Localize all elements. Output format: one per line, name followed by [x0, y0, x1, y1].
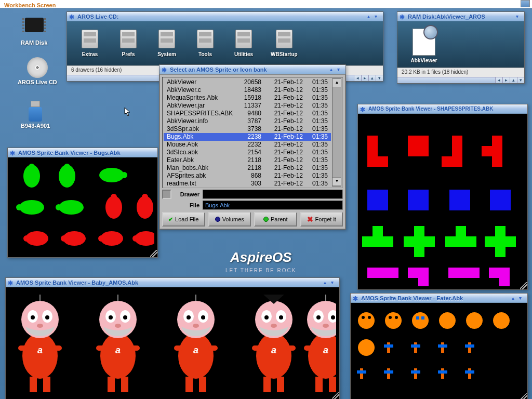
arrow-right-icon[interactable]: ▸: [361, 75, 368, 81]
svg-rect-33: [490, 190, 511, 210]
iconify-icon[interactable]: ▴: [512, 295, 518, 301]
window-body: AbkViewer: [397, 21, 524, 68]
drawer-tools[interactable]: Tools: [194, 30, 217, 57]
vertical-scrollbar[interactable]: ▴ ▾: [332, 78, 341, 187]
file-row[interactable]: AbkViewer.c1848321-Feb-1201:35: [164, 86, 331, 94]
forget-button[interactable]: ✖Forget it: [300, 212, 343, 227]
svg-point-11: [111, 194, 117, 200]
file-row[interactable]: Mouse.Abk223221-Feb-1201:35: [164, 141, 331, 149]
file-row[interactable]: MequaSprites.Abk1591821-Feb-1201:35: [164, 94, 331, 102]
horizontal-scrollbar[interactable]: ◂▸▴▾: [397, 77, 524, 83]
screen-depth-gadget[interactable]: [521, 0, 530, 7]
window-title: Select an AMOS Sprite or Icon bank: [168, 66, 330, 73]
window-title: AMOS Sprite Bank Viewer - SHAPESSPRITES.…: [366, 106, 525, 112]
resize-handle[interactable]: [520, 393, 527, 399]
arrow-left-icon[interactable]: ◂: [495, 77, 502, 83]
close-icon[interactable]: ✱: [10, 150, 16, 156]
svg-rect-41: [485, 236, 516, 247]
file-row[interactable]: Man_bobs.Abk211821-Feb-1201:35: [164, 164, 331, 172]
load-file-button[interactable]: ✔Load File: [162, 212, 205, 227]
file-input[interactable]: [203, 201, 343, 210]
titlebar[interactable]: ✱ AROS Live CD: ▴▾: [67, 12, 383, 21]
arrow-up-icon[interactable]: ▴: [368, 75, 376, 81]
svg-rect-75: [465, 370, 474, 374]
svg-point-50: [412, 312, 429, 329]
drawer-icon: [155, 30, 178, 49]
resize-handle[interactable]: [520, 282, 527, 289]
arrow-down-icon[interactable]: ▾: [517, 77, 524, 83]
svg-point-1: [29, 164, 35, 170]
resize-handle[interactable]: [332, 392, 339, 399]
drawer-extras[interactable]: Extras: [78, 30, 101, 57]
file-row[interactable]: 3dSIco.abk215421-Feb-1201:35: [164, 149, 331, 156]
zoom-icon[interactable]: ▾: [375, 14, 381, 20]
svg-point-19: [98, 235, 104, 242]
arrow-right-icon[interactable]: ▸: [502, 77, 510, 83]
status-bar: 20.2 KB in 1 files (18 hidden): [397, 68, 524, 77]
close-icon[interactable]: ✱: [8, 280, 14, 286]
resize-handle[interactable]: [150, 250, 157, 257]
zoom-icon[interactable]: ▾: [516, 14, 522, 20]
volumes-button[interactable]: Volumes: [208, 212, 251, 227]
parent-button[interactable]: Parent: [254, 212, 297, 227]
titlebar[interactable]: ✱ AMOS Sprite Bank Viewer - Bugs.Abk: [8, 148, 157, 157]
window-file-selector: ✱ Select an AMOS Sprite or Icon bank ▴▾ …: [159, 64, 346, 230]
zoom-icon[interactable]: ▾: [331, 280, 337, 286]
file-icon-abkviewer[interactable]: AbkViewer: [406, 29, 442, 63]
file-row[interactable]: AFSprites.abk86821-Feb-1201:35: [164, 172, 331, 180]
file-row[interactable]: 3dSSpr.abk373821-Feb-1201:35: [164, 125, 331, 133]
desktop-icon-ramdisk[interactable]: RAM Disk: [21, 15, 47, 46]
svg-rect-26: [452, 136, 462, 156]
drawer-prefs[interactable]: Prefs: [117, 30, 140, 57]
close-icon[interactable]: ✱: [162, 66, 168, 73]
file-row[interactable]: AbkViewer.jar1133721-Feb-1201:35: [164, 102, 331, 110]
iconify-icon[interactable]: ▴: [367, 14, 374, 20]
close-icon[interactable]: ✱: [400, 14, 406, 20]
iconify-icon[interactable]: ▴: [324, 280, 330, 286]
sprite-canvas: [358, 114, 527, 289]
drawer-label: WBStartup: [271, 51, 298, 57]
titlebar[interactable]: ✱ RAM Disk:AbkViewer_AROS ▾: [397, 12, 524, 21]
scroll-thumb[interactable]: [332, 87, 341, 178]
file-row[interactable]: Eater.Abk211821-Feb-1201:35: [164, 156, 331, 164]
desktop-icon-usb[interactable]: B943-A901: [21, 101, 50, 129]
close-icon[interactable]: ✱: [360, 106, 366, 112]
zoom-icon[interactable]: ▾: [337, 66, 343, 73]
desktop-icon-livecd[interactable]: AROS Live CD: [18, 57, 57, 85]
arrow-down-icon[interactable]: ▾: [376, 75, 383, 81]
svg-rect-42: [367, 268, 398, 278]
arrow-down-icon[interactable]: ▾: [332, 178, 341, 186]
svg-rect-44: [418, 278, 429, 286]
drawer-input[interactable]: [203, 190, 343, 199]
close-icon[interactable]: ✱: [69, 14, 75, 20]
titlebar[interactable]: ✱ AMOS Sprite Bank Viewer - SHAPESSPRITE…: [358, 104, 527, 114]
svg-point-52: [362, 316, 365, 319]
file-row[interactable]: AbkViewer.info378721-Feb-1201:35: [164, 117, 331, 125]
drawer-utilities[interactable]: Utilities: [232, 30, 255, 57]
svg-rect-27: [442, 156, 462, 167]
titlebar[interactable]: ✱ Select an AMOS Sprite or Icon bank ▴▾: [159, 65, 345, 74]
iconify-icon[interactable]: ▴: [330, 66, 336, 73]
zoom-icon[interactable]: ▾: [519, 295, 525, 301]
svg-rect-28: [492, 136, 502, 167]
svg-rect-69: [384, 370, 393, 374]
titlebar[interactable]: ✱ AMOS Sprite Bank Viewer - Eater.Abk ▴▾: [351, 294, 527, 303]
window-title: AMOS Sprite Bank Viewer - Baby_AMOS.Abk: [14, 280, 324, 286]
file-row[interactable]: AbkViewer2065821-Feb-1201:35: [164, 78, 331, 86]
drawer-checkbox[interactable]: [162, 190, 171, 199]
close-icon[interactable]: ✱: [353, 295, 359, 301]
drawer-wbstartup[interactable]: WBStartup: [271, 30, 298, 57]
file-row[interactable]: SHAPESSPRITES.ABK948021-Feb-1201:35: [164, 110, 331, 117]
file-row[interactable]: Bugs.Abk223821-Feb-1201:35: [164, 133, 331, 141]
svg-point-5: [121, 172, 127, 178]
drawer-system[interactable]: System: [155, 30, 178, 57]
arrow-left-icon[interactable]: ◂: [354, 75, 361, 81]
svg-rect-56: [416, 316, 419, 320]
svg-point-7: [16, 204, 22, 210]
file-row[interactable]: readme.txt30321-Feb-1201:35: [164, 180, 331, 188]
titlebar[interactable]: ✱ AMOS Sprite Bank Viewer - Baby_AMOS.Ab…: [6, 278, 339, 287]
arrow-up-icon[interactable]: ▴: [510, 77, 517, 83]
window-body: ExtrasPrefsSystemToolsUtilitiesWBStartup: [67, 21, 383, 65]
svg-rect-29: [482, 146, 492, 156]
arrow-up-icon[interactable]: ▴: [332, 79, 341, 87]
